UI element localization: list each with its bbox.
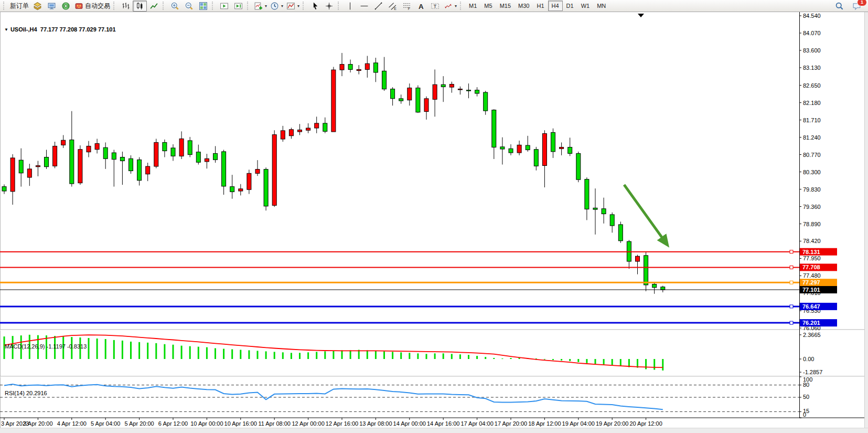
svg-text:E: E (394, 6, 397, 10)
svg-text:0: 0 (803, 411, 806, 418)
zoom-in-button[interactable] (168, 1, 182, 12)
svg-text:0.00: 0.00 (803, 356, 814, 362)
svg-text:-1.2857: -1.2857 (803, 369, 822, 375)
fibonacci-icon: F (402, 2, 411, 10)
rsi-line (4, 384, 663, 409)
zoom-out-button[interactable] (182, 1, 196, 12)
shift-chart-icon (234, 2, 243, 10)
auto-trading-button-label: 自动交易 (85, 2, 110, 10)
svg-text:5 Apr 20:00: 5 Apr 20:00 (124, 420, 154, 427)
line-handle[interactable] (790, 250, 793, 254)
line-chart-button[interactable] (147, 1, 161, 12)
timeframe-button-d1[interactable]: D1 (563, 1, 577, 11)
svg-text:10 Apr 16:00: 10 Apr 16:00 (224, 420, 257, 427)
window-right-edge (864, 12, 868, 433)
timeframe-button-h1[interactable]: H1 (533, 1, 548, 11)
toolbar-grip (247, 2, 250, 10)
horizontal-line-button[interactable] (357, 1, 371, 12)
svg-text:F: F (408, 7, 410, 10)
auto-scroll-icon (220, 2, 229, 10)
chart-title: ▼USOil-,H4 77.177 77.208 77.029 77.101 (4, 26, 116, 33)
vertical-line-button[interactable] (343, 1, 357, 12)
svg-text:2.3665: 2.3665 (803, 332, 821, 338)
new-order-button[interactable]: 新订单 (8, 1, 30, 12)
svg-text:77.950: 77.950 (803, 255, 821, 261)
charts-profile-icon (33, 2, 42, 10)
periods-button[interactable]: ▾ (269, 1, 285, 12)
vline-icon (346, 2, 355, 10)
annotation-arrow[interactable] (624, 185, 667, 245)
timeframe-button-h4[interactable]: H4 (548, 1, 563, 11)
market-watch-button[interactable] (45, 1, 59, 12)
timeframe-button-m1[interactable]: M1 (465, 1, 480, 11)
chart-plot[interactable]: 84.54084.07083.60083.13082.65082.18081.7… (0, 12, 868, 433)
trendline-button[interactable] (371, 1, 385, 12)
text-button[interactable]: A (414, 1, 428, 12)
svg-text:76.201: 76.201 (802, 320, 820, 326)
line-handle[interactable] (790, 305, 793, 308)
fibonacci-button[interactable]: F (400, 1, 414, 12)
macd-indicator-label: MACD(12,26,9) -1.1197 -0.8313 (5, 343, 87, 350)
auto-scroll-button[interactable] (217, 1, 231, 12)
indicators-button[interactable]: ▾ (285, 1, 301, 12)
svg-text:79.830: 79.830 (803, 186, 821, 193)
svg-text:82.180: 82.180 (803, 100, 821, 106)
search-button[interactable] (832, 1, 846, 12)
svg-text:19 Apr 20:00: 19 Apr 20:00 (596, 420, 628, 427)
candles-chart-icon (135, 2, 144, 10)
zoom-out-icon (185, 2, 194, 10)
charts-profile-button[interactable] (30, 1, 45, 12)
svg-text:T: T (434, 3, 437, 8)
svg-text:78.131: 78.131 (802, 249, 820, 255)
line-chart-icon (149, 2, 158, 10)
chart-svg[interactable]: 84.54084.07083.60083.13082.65082.18081.7… (0, 12, 868, 433)
ohlc-readout: 77.177 77.208 77.029 77.101 (40, 26, 116, 33)
chevron-down-icon: ▾ (281, 4, 283, 8)
autotrade-icon (74, 2, 83, 10)
svg-text:79.360: 79.360 (803, 204, 821, 210)
svg-text:10 Apr 00:00: 10 Apr 00:00 (190, 420, 223, 427)
line-handle[interactable] (790, 266, 793, 269)
svg-text:11 Apr 08:00: 11 Apr 08:00 (258, 420, 291, 427)
line-handle[interactable] (790, 281, 793, 284)
tile-windows-button[interactable] (196, 1, 210, 12)
svg-text:19 Apr 04:00: 19 Apr 04:00 (562, 420, 595, 427)
time-axis[interactable]: 3 Apr 20233 Apr 20:004 Apr 12:005 Apr 04… (0, 418, 868, 427)
channel-button[interactable]: E (385, 1, 400, 12)
chart-shift-button[interactable] (231, 1, 245, 12)
signals-button[interactable] (59, 1, 73, 12)
label-icon: T (431, 2, 440, 10)
new-order-button-label: 新订单 (10, 2, 29, 10)
text-label-button[interactable]: T (428, 1, 442, 12)
timeframe-button-w1[interactable]: W1 (577, 1, 594, 11)
channel-icon: E (388, 2, 397, 10)
svg-text:84.540: 84.540 (803, 13, 821, 19)
new-chart-icon (254, 2, 263, 10)
arrows-icon (444, 2, 453, 10)
signals-icon (61, 2, 70, 10)
arrows-button[interactable]: ▾ (442, 1, 458, 12)
timeframe-button-m30[interactable]: M30 (515, 1, 533, 11)
svg-text:80.300: 80.300 (803, 169, 821, 175)
svg-text:83.130: 83.130 (803, 65, 821, 71)
svg-text:82.650: 82.650 (803, 82, 821, 89)
crosshair-button[interactable] (322, 1, 336, 12)
timeframe-button-mn[interactable]: MN (593, 1, 609, 11)
new-chart-button[interactable]: ▾ (252, 1, 269, 12)
timeframe-button-m5[interactable]: M5 (480, 1, 496, 11)
timeframe-button-m15[interactable]: M15 (496, 1, 515, 11)
bar-chart-button[interactable] (119, 1, 133, 12)
svg-text:6 Apr 12:00: 6 Apr 12:00 (158, 420, 188, 427)
candlestick-chart-button[interactable] (133, 1, 147, 12)
chart-shift-marker[interactable] (638, 14, 644, 17)
chevron-down-icon: ▾ (265, 4, 267, 8)
price-axis[interactable]: 84.54084.07083.60083.13082.65082.18081.7… (799, 12, 837, 418)
notifications-button[interactable]: 1 (850, 1, 864, 12)
cursor-button[interactable] (308, 1, 322, 12)
symbol-dropdown-caret[interactable]: ▼ (4, 27, 8, 32)
auto-trading-button[interactable]: 自动交易 (73, 1, 112, 12)
toolbar-grip (338, 2, 341, 10)
line-handle[interactable] (790, 321, 793, 324)
symbol-timeframe-label: USOil-,H4 (10, 26, 37, 33)
chevron-down-icon: ▾ (455, 4, 457, 8)
